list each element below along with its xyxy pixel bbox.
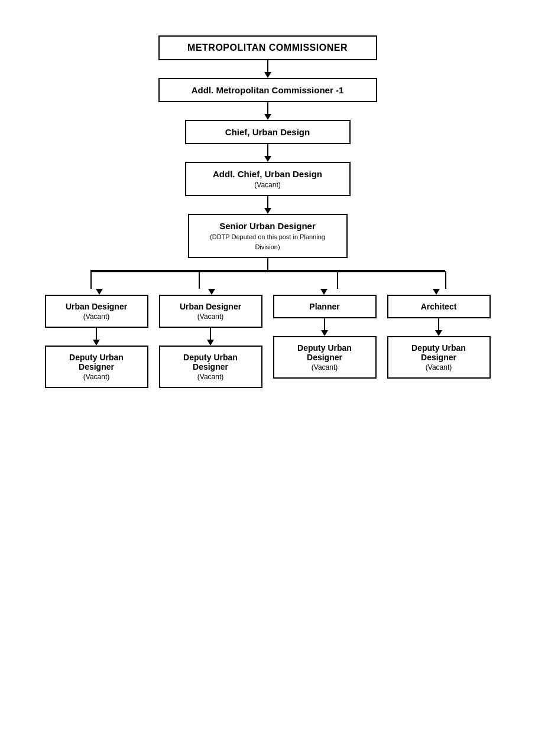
- node-deputy-3: Deputy Urban Designer (Vacant): [273, 336, 377, 379]
- arrow-col-3: [268, 289, 380, 295]
- col4-bot-sub: (Vacant): [426, 363, 452, 372]
- connector-2: [264, 102, 271, 120]
- col3-bot-sub: (Vacant): [312, 363, 338, 372]
- connector-4: [264, 196, 271, 214]
- arrow-4: [433, 289, 440, 295]
- node-urban-designer-2: Urban Designer (Vacant): [159, 295, 262, 328]
- chief-urban-label: Chief, Urban Design: [225, 127, 310, 137]
- connector-3: [264, 144, 271, 162]
- node-addl-chief: Addl. Chief, Urban Design (Vacant): [185, 162, 351, 196]
- node-addl-metro: Addl. Metropolitan Commissioner -1: [158, 78, 377, 102]
- arrow-col-1: [43, 289, 155, 295]
- col1-bot-sub: (Vacant): [83, 373, 109, 381]
- metropolitan-commissioner-label: METROPOLITAN COMMISSIONER: [187, 43, 348, 53]
- col3-bot-label: Deputy Urban Designer: [297, 343, 352, 362]
- col-2: Urban Designer (Vacant) Deputy Urban Des…: [159, 295, 262, 388]
- node-planner: Planner: [273, 295, 377, 318]
- arrow-2: [208, 289, 215, 295]
- connector-1: [264, 60, 271, 78]
- senior-urban-sub-label: (DDTP Deputed on this post in Planning D…: [210, 233, 325, 250]
- col2-connector: [207, 328, 214, 346]
- col4-bot-label: Deputy Urban Designer: [411, 343, 466, 362]
- node-deputy-2: Deputy Urban Designer (Vacant): [159, 346, 262, 388]
- branch-horizontal-container: [34, 270, 501, 289]
- vdrop-1: [90, 271, 92, 289]
- col2-bot-label: Deputy Urban Designer: [183, 353, 238, 372]
- node-architect: Architect: [387, 295, 491, 318]
- col2-top-sub: (Vacant): [197, 312, 223, 321]
- col-4: Architect Deputy Urban Designer (Vacant): [387, 295, 491, 388]
- arrow-1: [96, 289, 103, 295]
- node-senior-urban: Senior Urban Designer (DDTP Deputed on t…: [188, 214, 348, 258]
- col1-top-sub: (Vacant): [83, 312, 109, 321]
- node-deputy-1: Deputy Urban Designer (Vacant): [45, 346, 148, 388]
- col2-top-label: Urban Designer: [180, 302, 241, 311]
- node-urban-designer-1: Urban Designer (Vacant): [45, 295, 148, 328]
- col1-bot-label: Deputy Urban Designer: [69, 353, 124, 372]
- addl-chief-sub-label: (Vacant): [254, 181, 280, 189]
- arrow-row: [43, 289, 492, 295]
- org-chart: METROPOLITAN COMMISSIONER Addl. Metropol…: [12, 35, 523, 388]
- col4-connector: [435, 318, 442, 336]
- senior-urban-label: Senior Urban Designer: [219, 221, 316, 231]
- col3-connector: [321, 318, 328, 336]
- senior-branch-connector: [267, 258, 268, 270]
- node-chief-urban: Chief, Urban Design: [185, 120, 351, 144]
- level6-row: Urban Designer (Vacant) Deputy Urban Des…: [34, 295, 501, 388]
- col1-connector: [93, 328, 100, 346]
- col3-top-label: Planner: [309, 302, 339, 311]
- vdrop-3: [337, 271, 338, 289]
- vertical-drops: [61, 271, 475, 289]
- node-metropolitan-commissioner: METROPOLITAN COMMISSIONER: [158, 35, 377, 60]
- arrow-col-2: [155, 289, 268, 295]
- vdrop-4: [445, 271, 446, 289]
- col1-top-label: Urban Designer: [66, 302, 127, 311]
- vdrop-2: [199, 271, 200, 289]
- arrow-3: [320, 289, 328, 295]
- col2-bot-sub: (Vacant): [197, 373, 223, 381]
- addl-chief-label: Addl. Chief, Urban Design: [213, 169, 322, 179]
- h-bar: [90, 271, 446, 272]
- addl-metro-label: Addl. Metropolitan Commissioner -1: [192, 85, 344, 95]
- node-deputy-4: Deputy Urban Designer (Vacant): [387, 336, 491, 379]
- col-1: Urban Designer (Vacant) Deputy Urban Des…: [45, 295, 148, 388]
- col4-top-label: Architect: [421, 302, 457, 311]
- arrow-col-4: [380, 289, 492, 295]
- col-3: Planner Deputy Urban Designer (Vacant): [273, 295, 377, 388]
